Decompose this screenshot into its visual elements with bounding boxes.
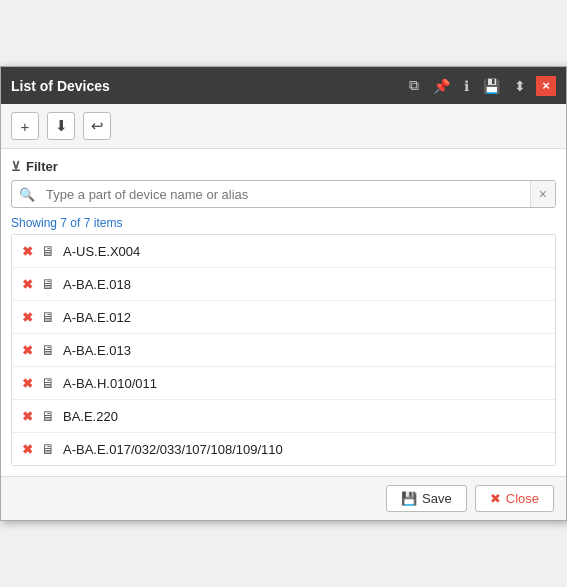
search-wrapper: 🔍 × bbox=[11, 180, 556, 208]
row-delete-button[interactable]: ✖ bbox=[22, 442, 33, 457]
pin-icon[interactable]: 📌 bbox=[429, 76, 454, 96]
toolbar: + ⬇ ↩ bbox=[1, 104, 566, 149]
filter-icon: ⊻ bbox=[11, 159, 21, 174]
close-icon: ✖ bbox=[490, 491, 501, 506]
device-icon: 🖥 bbox=[41, 309, 55, 325]
footer: 💾 Save ✖ Close bbox=[1, 476, 566, 520]
table-row: ✖🖥A-BA.E.018 bbox=[12, 268, 555, 301]
device-icon: 🖥 bbox=[41, 276, 55, 292]
export-button[interactable]: ⬇ bbox=[47, 112, 75, 140]
add-icon: + bbox=[21, 118, 30, 135]
titlebar-icon-group: ⧉ 📌 ℹ 💾 ⬍ × bbox=[405, 75, 556, 96]
device-name: A-BA.E.018 bbox=[63, 277, 131, 292]
row-delete-button[interactable]: ✖ bbox=[22, 409, 33, 424]
export-icon: ⬇ bbox=[55, 117, 68, 135]
filter-label: ⊻ Filter bbox=[11, 159, 556, 174]
device-name: A-BA.E.013 bbox=[63, 343, 131, 358]
device-name: A-BA.E.017/032/033/107/108/109/110 bbox=[63, 442, 283, 457]
table-row: ✖🖥A-BA.E.013 bbox=[12, 334, 555, 367]
device-icon: 🖥 bbox=[41, 375, 55, 391]
filter-section: ⊻ Filter 🔍 × bbox=[11, 159, 556, 208]
table-row: ✖🖥BA.E.220 bbox=[12, 400, 555, 433]
device-list: ✖🖥A-US.E.X004✖🖥A-BA.E.018✖🖥A-BA.E.012✖🖥A… bbox=[11, 234, 556, 466]
back-button[interactable]: ↩ bbox=[83, 112, 111, 140]
table-row: ✖🖥A-BA.H.010/011 bbox=[12, 367, 555, 400]
save-icon: 💾 bbox=[401, 491, 417, 506]
device-icon: 🖥 bbox=[41, 441, 55, 457]
save-doc-icon[interactable]: 💾 bbox=[479, 76, 504, 96]
device-icon: 🖥 bbox=[41, 342, 55, 358]
table-row: ✖🖥A-US.E.X004 bbox=[12, 235, 555, 268]
table-row: ✖🖥A-BA.E.017/032/033/107/108/109/110 bbox=[12, 433, 555, 465]
device-icon: 🖥 bbox=[41, 408, 55, 424]
filter-label-text: Filter bbox=[26, 159, 58, 174]
search-input[interactable] bbox=[42, 182, 530, 207]
window-title: List of Devices bbox=[11, 78, 110, 94]
titlebar: List of Devices ⧉ 📌 ℹ 💾 ⬍ × bbox=[1, 67, 566, 104]
row-delete-button[interactable]: ✖ bbox=[22, 310, 33, 325]
content-area: ⊻ Filter 🔍 × Showing 7 of 7 items ✖🖥A-US… bbox=[1, 149, 566, 476]
list-of-devices-window: List of Devices ⧉ 📌 ℹ 💾 ⬍ × + ⬇ ↩ ⊻ Filt… bbox=[0, 66, 567, 521]
table-row: ✖🖥A-BA.E.012 bbox=[12, 301, 555, 334]
showing-count: Showing 7 of 7 items bbox=[11, 216, 556, 230]
save-label: Save bbox=[422, 491, 452, 506]
search-icon: 🔍 bbox=[12, 182, 42, 207]
row-delete-button[interactable]: ✖ bbox=[22, 376, 33, 391]
row-delete-button[interactable]: ✖ bbox=[22, 343, 33, 358]
device-name: A-BA.H.010/011 bbox=[63, 376, 157, 391]
device-name: A-BA.E.012 bbox=[63, 310, 131, 325]
close-window-button[interactable]: × bbox=[536, 76, 556, 96]
device-name: BA.E.220 bbox=[63, 409, 118, 424]
close-label: Close bbox=[506, 491, 539, 506]
row-delete-button[interactable]: ✖ bbox=[22, 277, 33, 292]
device-icon: 🖥 bbox=[41, 243, 55, 259]
import-icon[interactable]: ⬍ bbox=[510, 76, 530, 96]
external-link-icon[interactable]: ⧉ bbox=[405, 75, 423, 96]
close-button[interactable]: ✖ Close bbox=[475, 485, 554, 512]
search-clear-button[interactable]: × bbox=[530, 181, 555, 207]
info-icon[interactable]: ℹ bbox=[460, 76, 473, 96]
device-name: A-US.E.X004 bbox=[63, 244, 140, 259]
add-button[interactable]: + bbox=[11, 112, 39, 140]
save-button[interactable]: 💾 Save bbox=[386, 485, 467, 512]
row-delete-button[interactable]: ✖ bbox=[22, 244, 33, 259]
back-icon: ↩ bbox=[91, 117, 104, 135]
